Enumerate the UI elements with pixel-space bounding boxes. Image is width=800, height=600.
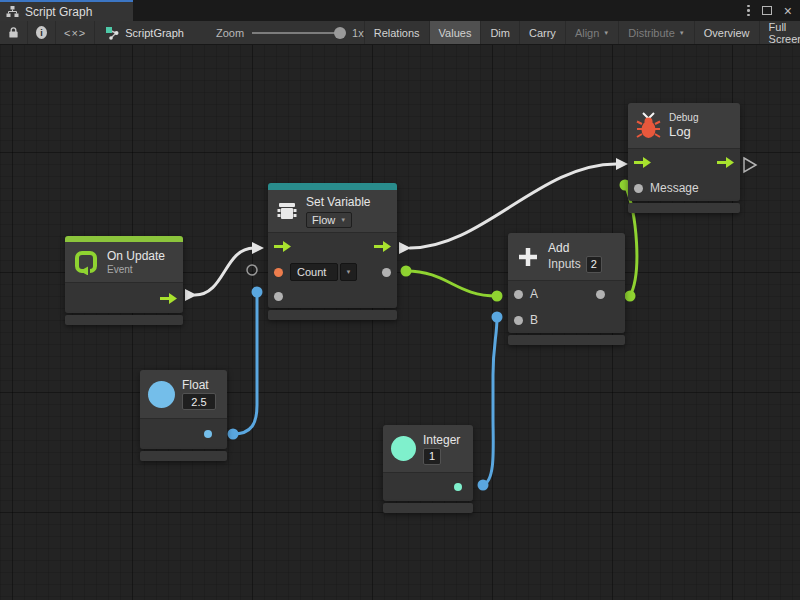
node-set-variable[interactable]: Set Variable Flow ▼ [268,183,397,320]
node-integer[interactable]: Integer 1 [383,425,473,513]
zoom-slider-track [252,32,344,34]
more-icon[interactable] [747,5,750,17]
node-title: Integer [423,433,460,447]
dim-label: Dim [490,27,510,39]
graph-label: ScriptGraph [125,27,184,39]
node-add[interactable]: Add Inputs 2 A [508,233,625,345]
node-on-update[interactable]: On Update Event [65,236,183,325]
input-a-port[interactable] [514,290,523,299]
on-update-icon [73,249,99,275]
node-debug-log[interactable]: Debug Log [628,103,740,213]
node-footer [628,203,740,213]
node-footer [383,503,473,513]
code-icon: <×> [64,27,86,39]
tab-script-graph[interactable]: Script Graph [0,0,133,21]
integer-icon [391,436,416,461]
node-title: On Update [107,249,165,263]
zoom-value: 1x [352,27,364,39]
node-float[interactable]: Float 2.5 [140,370,227,461]
variable-color-strip [268,183,397,190]
float-icon [148,381,175,408]
node-footer [65,315,183,325]
chevron-down-icon: ▼ [679,30,685,36]
variable-kind-label: Flow [312,214,335,226]
maximize-icon[interactable] [762,6,772,15]
input-a-label: A [530,287,538,301]
wire-integer-to-add-b[interactable] [478,312,503,491]
zoom-slider-handle[interactable] [334,27,346,39]
integer-value-field[interactable]: 1 [423,448,441,465]
title-bar: Script Graph × [0,0,800,21]
unconnected-port-ring [247,265,257,275]
message-input-port[interactable] [634,184,643,193]
lock-button[interactable] [0,21,28,44]
node-title: Add [548,241,602,255]
variable-icon [276,200,298,222]
values-label: Values [439,27,472,39]
carry-label: Carry [529,27,556,39]
graph-toolbar: i <×> ScriptGraph Zoom 1x Relations [0,21,800,45]
flow-output-port[interactable] [374,241,391,252]
wire-float-to-set-variable[interactable] [228,287,263,440]
graph-hierarchy-icon [6,5,19,18]
input-b-label: B [530,313,538,327]
node-footer [508,335,625,345]
variable-kind-dropdown[interactable]: Flow ▼ [306,212,352,228]
variable-name-port[interactable] [274,268,283,277]
flow-output-port[interactable] [717,157,734,168]
unconnected-flow-triangle [744,158,756,172]
carry-button[interactable]: Carry [519,21,565,44]
zoom-label: Zoom [216,27,244,39]
relations-button[interactable]: Relations [364,21,429,44]
flow-input-port[interactable] [274,241,291,252]
value-input-port[interactable] [274,292,283,301]
relations-label: Relations [374,27,420,39]
node-subtitle: Event [107,264,165,275]
graph-breadcrumb[interactable]: ScriptGraph [95,21,194,44]
info-icon: i [36,26,47,39]
distribute-button[interactable]: Distribute ▼ [618,21,693,44]
chevron-down-icon: ▼ [340,217,346,223]
flow-input-port[interactable] [634,157,651,168]
fullscreen-label: Full Screen [769,21,800,45]
float-output-port[interactable] [204,430,212,438]
graph-canvas[interactable]: On Update Event [0,45,800,600]
wire-set-variable-to-add-a[interactable] [401,266,503,302]
bug-icon [636,112,661,139]
node-title: Set Variable [306,195,370,209]
node-subtitle: Debug [669,112,698,123]
variable-picker-button[interactable]: ▼ [340,263,357,281]
chevron-down-icon: ▼ [346,269,352,275]
message-label: Message [650,181,699,195]
integer-output-port[interactable] [454,483,462,491]
dim-button[interactable]: Dim [480,21,519,44]
node-footer [268,310,397,320]
overview-label: Overview [704,27,750,39]
flow-output-port[interactable] [160,293,177,304]
float-value-field[interactable]: 2.5 [182,393,216,410]
align-button[interactable]: Align ▼ [565,21,618,44]
result-output-port[interactable] [596,290,605,299]
close-icon[interactable]: × [784,4,792,18]
overview-button[interactable]: Overview [694,21,759,44]
align-label: Align [575,27,599,39]
inputs-count-field[interactable]: 2 [586,256,602,273]
toolbar-buttons: Relations Values Dim Carry Align ▼ Distr… [364,21,800,44]
script-graph-icon [105,26,119,40]
code-view-button[interactable]: <×> [56,21,95,44]
values-button[interactable]: Values [429,21,481,44]
lock-icon [8,26,19,39]
value-output-port[interactable] [382,268,391,277]
window-controls: × [747,0,800,21]
fullscreen-button[interactable]: Full Screen [759,21,800,44]
variable-name-field[interactable]: Count [290,263,338,281]
zoom-slider[interactable] [252,27,344,39]
input-b-port[interactable] [514,316,523,325]
inputs-label: Inputs [548,257,581,271]
chevron-down-icon: ▼ [603,30,609,36]
node-title: Float [182,378,216,392]
zoom-control: Zoom 1x [216,21,364,44]
node-footer [140,451,227,461]
distribute-label: Distribute [628,27,674,39]
info-button[interactable]: i [28,21,56,44]
